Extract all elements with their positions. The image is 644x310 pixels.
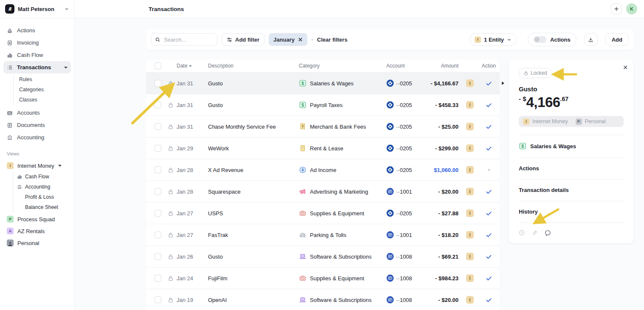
sidebar-item-view-accounting[interactable]: Accounting bbox=[17, 182, 74, 192]
panel-category-row[interactable]: $ Salaries & Wages bbox=[519, 135, 624, 150]
row-checkbox[interactable] bbox=[155, 296, 161, 303]
sidebar-item-accounting[interactable]: Accounting bbox=[3, 131, 71, 144]
table-row[interactable]: Jan 19OpenAISoftware & Subscriptions··10… bbox=[146, 289, 500, 310]
table-row[interactable]: Jan 27USPSSupplies & Equipment··0205- $2… bbox=[146, 203, 500, 224]
row-action[interactable] bbox=[478, 189, 500, 195]
row-checkbox[interactable] bbox=[155, 210, 161, 217]
row-action[interactable] bbox=[478, 80, 500, 87]
link-icon[interactable] bbox=[532, 230, 538, 236]
sidebar-item-actions[interactable]: Actions bbox=[3, 24, 71, 37]
sidebar-item-profit-loss[interactable]: Profit & Loss bbox=[17, 192, 74, 202]
row-checkbox[interactable] bbox=[155, 188, 161, 195]
lock-icon bbox=[165, 297, 177, 303]
sidebar-item-transactions[interactable]: Transactions bbox=[3, 61, 71, 73]
row-date: Jan 31 bbox=[177, 102, 208, 108]
filter-chip-january[interactable]: January ✕ bbox=[269, 33, 307, 46]
row-action[interactable] bbox=[478, 124, 500, 130]
export-button[interactable] bbox=[584, 33, 598, 46]
add-transaction-button[interactable]: Add bbox=[605, 33, 629, 46]
row-action[interactable] bbox=[478, 232, 500, 238]
sidebar-item-cash-flow[interactable]: Cash Flow bbox=[3, 49, 71, 61]
column-header-action[interactable]: Action bbox=[478, 63, 500, 69]
table-row[interactable]: Jan 26GustoSoftware & Subscriptions··100… bbox=[146, 246, 500, 268]
panel-expander-icon[interactable] bbox=[501, 81, 505, 85]
row-date: Jan 28 bbox=[177, 189, 208, 195]
sidebar-item-invoicing[interactable]: Invoicing bbox=[3, 37, 71, 49]
add-new-button[interactable] bbox=[611, 3, 622, 14]
sidebar-item-view-cash-flow[interactable]: Cash Flow bbox=[17, 172, 74, 182]
bar-chart-icon bbox=[7, 52, 13, 58]
panel-section-actions[interactable]: Actions bbox=[519, 158, 624, 172]
row-checkbox[interactable] bbox=[155, 145, 161, 152]
add-filter-button[interactable]: Add filter bbox=[222, 33, 264, 46]
row-action[interactable] bbox=[478, 102, 500, 108]
row-checkbox[interactable] bbox=[155, 123, 161, 130]
panel-section-history[interactable]: History bbox=[519, 201, 624, 215]
table-row[interactable]: Jan 28X Ad Revenue$Ad Income··0205$1,060… bbox=[146, 159, 500, 181]
row-checkbox[interactable] bbox=[155, 80, 161, 87]
entity-selector-label: 1 Entity bbox=[484, 37, 504, 43]
sidebar-item-accounts[interactable]: Accounts bbox=[3, 107, 71, 119]
row-action[interactable] bbox=[478, 145, 500, 152]
megaphone-icon bbox=[299, 188, 307, 195]
table-row[interactable]: Jan 29WeWorkRent & Lease··0205- $299.00I bbox=[146, 138, 500, 159]
row-action[interactable] bbox=[478, 210, 500, 217]
sidebar-item-documents[interactable]: Documents bbox=[3, 119, 71, 131]
workspace-switcher[interactable]: /II Matt Peterson bbox=[0, 0, 74, 18]
search-input[interactable] bbox=[163, 36, 213, 43]
table-row[interactable]: Jan 27FasTrakParking & Tolls··1001- $18.… bbox=[146, 224, 500, 246]
table-row[interactable]: Jan 28SquarespaceAdvertising & Marketing… bbox=[146, 181, 500, 203]
chase-bank-icon bbox=[386, 101, 394, 109]
row-action[interactable] bbox=[478, 275, 500, 282]
row-checkbox[interactable] bbox=[155, 231, 161, 238]
row-amount: - $69.21 bbox=[418, 254, 462, 260]
search-input-wrapper[interactable] bbox=[151, 33, 217, 46]
sidebar-view-process-squad[interactable]: P Process Squad bbox=[3, 213, 71, 225]
sidebar-view-personal[interactable]: Personal bbox=[3, 237, 71, 249]
entity-tab-personal[interactable]: P Personal bbox=[571, 118, 624, 125]
row-checkbox[interactable] bbox=[155, 101, 161, 108]
column-header-account[interactable]: Account bbox=[376, 63, 418, 69]
row-checkbox[interactable] bbox=[155, 253, 161, 260]
row-checkbox[interactable] bbox=[155, 275, 161, 282]
sidebar-item-categories[interactable]: Categories bbox=[19, 85, 71, 95]
row-action[interactable] bbox=[478, 169, 500, 171]
entity-badge-p: P bbox=[576, 118, 582, 125]
comment-icon[interactable] bbox=[545, 230, 551, 236]
lock-icon bbox=[165, 124, 177, 130]
panel-section-transaction-details[interactable]: Transaction details bbox=[519, 179, 624, 193]
sidebar-item-balance-sheet[interactable]: Balance Sheet bbox=[17, 202, 74, 212]
column-header-amount[interactable]: Amount bbox=[418, 63, 462, 69]
row-checkbox[interactable] bbox=[155, 166, 161, 173]
clear-filters-button[interactable]: Clear filters bbox=[317, 37, 348, 43]
table-row[interactable]: Jan 31Gusto$Payroll Taxes··0205- $458.33… bbox=[146, 94, 500, 116]
select-all-checkbox[interactable] bbox=[155, 62, 161, 69]
column-header-date[interactable]: Date bbox=[177, 63, 208, 69]
panel-footer-icons bbox=[519, 223, 624, 236]
sidebar-item-rules[interactable]: Rules bbox=[19, 74, 71, 85]
table-row[interactable]: Jan 24FujiFilmSupplies & Equipment··1008… bbox=[146, 268, 500, 289]
sliders-icon bbox=[227, 37, 232, 42]
actions-toggle-group[interactable]: Actions bbox=[528, 33, 577, 46]
sidebar-view-az-rentals[interactable]: A AZ Rentals bbox=[3, 225, 71, 237]
document-icon bbox=[7, 122, 13, 128]
sidebar-view-internet-money[interactable]: I Internet Money bbox=[3, 160, 71, 172]
row-description: X Ad Revenue bbox=[208, 167, 293, 173]
row-action[interactable] bbox=[478, 297, 500, 303]
entity-selector[interactable]: I 1 Entity bbox=[470, 33, 517, 46]
table-row[interactable]: Jan 31Chase Monthly Service Fee$Merchant… bbox=[146, 116, 500, 138]
column-header-description[interactable]: Description bbox=[208, 63, 293, 69]
table-row[interactable]: Jan 31Gusto$Salaries & Wages··0205- $4,1… bbox=[146, 73, 500, 94]
row-amount: - $4,166.67 bbox=[418, 80, 462, 87]
actions-toggle[interactable] bbox=[534, 36, 546, 43]
row-account: ··1008 bbox=[396, 297, 412, 303]
close-panel-icon[interactable]: ✕ bbox=[623, 65, 628, 70]
sidebar-item-classes[interactable]: Classes bbox=[19, 95, 71, 105]
clock-icon[interactable] bbox=[519, 230, 525, 236]
svg-text:$: $ bbox=[302, 124, 304, 128]
column-header-category[interactable]: Category bbox=[293, 63, 376, 69]
user-avatar[interactable]: K bbox=[626, 3, 637, 14]
row-action[interactable] bbox=[478, 254, 500, 260]
remove-filter-icon[interactable]: ✕ bbox=[298, 37, 303, 42]
entity-tab-internet-money[interactable]: I Internet Money bbox=[519, 118, 571, 125]
